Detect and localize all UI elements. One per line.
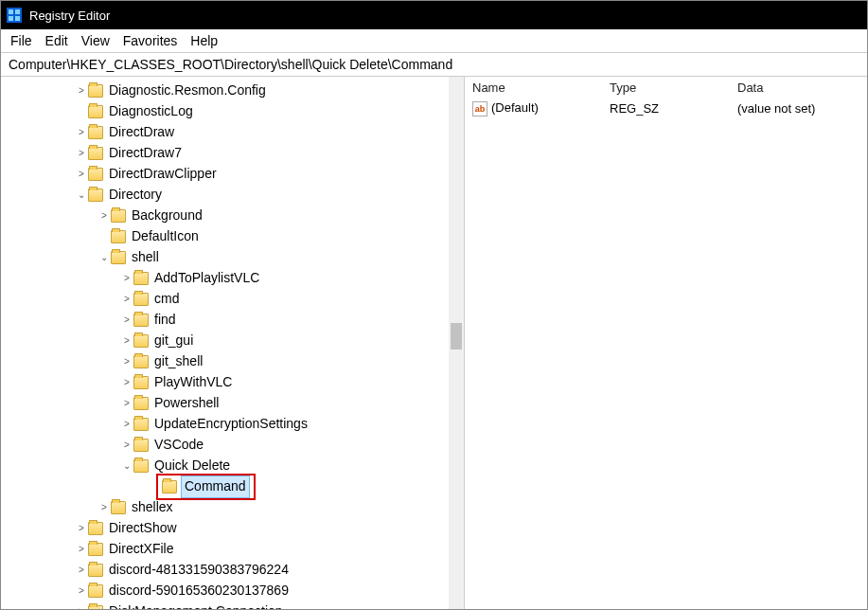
folder-icon <box>111 209 126 223</box>
tree-node-label[interactable]: AddToPlaylistVLC <box>152 268 261 289</box>
tree-node-label[interactable]: discord-481331590383796224 <box>107 560 291 581</box>
tree-node[interactable]: >DefaultIcon <box>1 226 449 247</box>
menu-file[interactable]: File <box>10 33 32 48</box>
folder-icon <box>133 418 149 431</box>
chevron-right-icon[interactable]: > <box>75 146 88 161</box>
tree-node[interactable]: >find <box>1 310 449 331</box>
chevron-right-icon[interactable]: > <box>75 167 88 182</box>
tree-node-label[interactable]: DiagnosticLog <box>107 101 195 122</box>
tree-node[interactable]: >UpdateEncryptionSettings <box>1 414 449 435</box>
menu-edit[interactable]: Edit <box>45 33 68 48</box>
tree-node[interactable]: >DirectShow <box>1 518 449 539</box>
tree-node[interactable]: >discord-590165360230137869 <box>1 581 449 601</box>
tree-node[interactable]: >DirectDrawClipper <box>1 164 449 185</box>
tree-node[interactable]: >PlayWithVLC <box>1 372 449 393</box>
chevron-right-icon[interactable]: > <box>75 521 88 536</box>
chevron-right-icon[interactable]: > <box>120 333 133 349</box>
col-header-data[interactable]: Data <box>737 81 867 95</box>
chevron-right-icon[interactable]: > <box>75 563 88 578</box>
tree-node-label[interactable]: cmd <box>152 289 181 310</box>
tree-node-label[interactable]: DirectDraw7 <box>107 143 184 164</box>
tree-node[interactable]: >VSCode <box>1 435 449 456</box>
tree-node[interactable]: >DirectDraw <box>1 122 449 143</box>
tree-node-label[interactable]: discord-590165360230137869 <box>107 581 291 601</box>
chevron-right-icon[interactable]: > <box>97 500 111 515</box>
tree-node[interactable]: >DirectDraw7 <box>1 143 449 164</box>
tree-node-label[interactable]: UpdateEncryptionSettings <box>152 414 310 435</box>
chevron-right-icon[interactable]: > <box>120 438 133 453</box>
scroll-thumb[interactable] <box>451 323 462 350</box>
list-pane: Name Type Data ab(Default)REG_SZ(value n… <box>465 77 867 609</box>
tree-node[interactable]: ⌄Directory <box>1 185 449 206</box>
tree-node-label[interactable]: PlayWithVLC <box>152 372 234 393</box>
chevron-right-icon[interactable]: > <box>75 125 88 140</box>
tree-node-label[interactable]: DirectXFile <box>107 539 175 560</box>
folder-icon <box>88 605 103 609</box>
chevron-right-icon[interactable]: > <box>120 417 133 432</box>
tree-node-label[interactable]: Background <box>130 206 204 226</box>
tree-node-label[interactable]: shellex <box>130 497 175 518</box>
folder-icon <box>133 376 149 389</box>
tree-node-label[interactable]: DiskManagement.Connection <box>107 601 285 609</box>
col-header-type[interactable]: Type <box>610 81 737 95</box>
svg-rect-2 <box>9 16 13 21</box>
list-rows: ab(Default)REG_SZ(value not set) <box>465 99 867 118</box>
menu-help[interactable]: Help <box>190 33 218 48</box>
menu-view[interactable]: View <box>81 33 110 48</box>
tree-node-label[interactable]: git_gui <box>152 331 195 351</box>
chevron-right-icon[interactable]: > <box>120 354 133 369</box>
tree-node[interactable]: >Powershell <box>1 393 449 414</box>
chevron-right-icon[interactable]: > <box>120 313 133 328</box>
tree-node-label[interactable]: git_shell <box>152 351 204 372</box>
tree-node[interactable]: >Diagnostic.Resmon.Config <box>1 81 449 101</box>
tree-node[interactable]: >DiagnosticLog <box>1 101 449 122</box>
value-type-cell: REG_SZ <box>610 101 737 116</box>
tree-node[interactable]: >DirectXFile <box>1 539 449 560</box>
tree-node[interactable]: ⌄shell <box>1 247 449 268</box>
chevron-down-icon[interactable]: ⌄ <box>75 188 88 203</box>
folder-icon <box>88 126 103 139</box>
tree-node[interactable]: >cmd <box>1 289 449 310</box>
chevron-right-icon[interactable]: > <box>75 542 88 557</box>
tree-node[interactable]: >Background <box>1 206 449 226</box>
chevron-right-icon[interactable]: > <box>120 396 133 411</box>
tree-node-label[interactable]: Diagnostic.Resmon.Config <box>107 81 268 101</box>
tree-node[interactable]: >discord-481331590383796224 <box>1 560 449 581</box>
tree-view[interactable]: >Diagnostic.Resmon.Config>DiagnosticLog>… <box>1 77 449 609</box>
tree-node[interactable]: >DiskManagement.Connection <box>1 601 449 609</box>
tree-node-label[interactable]: DirectShow <box>107 518 179 539</box>
chevron-right-icon[interactable]: > <box>75 583 88 599</box>
tree-node[interactable]: >AddToPlaylistVLC <box>1 268 449 289</box>
tree-node-label[interactable]: Powershell <box>152 393 221 414</box>
tree-node-label[interactable]: DefaultIcon <box>130 226 201 247</box>
tree-node[interactable]: >shellex <box>1 497 449 518</box>
tree-node-label[interactable]: Directory <box>107 185 164 206</box>
tree-node-label[interactable]: DirectDrawClipper <box>107 164 219 185</box>
tree-node-label[interactable]: find <box>152 310 178 331</box>
chevron-right-icon[interactable]: > <box>120 375 133 390</box>
tree-node-label[interactable]: DirectDraw <box>107 122 176 143</box>
menu-favorites[interactable]: Favorites <box>123 33 178 48</box>
chevron-right-icon[interactable]: > <box>75 83 88 99</box>
chevron-right-icon[interactable]: > <box>75 604 88 609</box>
svg-rect-3 <box>15 16 20 21</box>
folder-icon <box>133 293 149 306</box>
folder-icon <box>133 314 149 327</box>
tree-node-label[interactable]: VSCode <box>152 435 205 456</box>
address-bar[interactable]: Computer\HKEY_CLASSES_ROOT\Directory\she… <box>1 52 867 77</box>
value-row[interactable]: ab(Default)REG_SZ(value not set) <box>465 99 867 118</box>
chevron-right-icon[interactable]: > <box>120 292 133 307</box>
folder-icon <box>133 459 149 473</box>
col-header-name[interactable]: Name <box>472 81 610 95</box>
chevron-right-icon[interactable]: > <box>120 271 133 286</box>
tree-node[interactable]: >Command <box>1 476 449 497</box>
chevron-down-icon[interactable]: ⌄ <box>97 250 111 265</box>
tree-scrollbar[interactable] <box>449 77 464 609</box>
menubar: File Edit View Favorites Help <box>1 29 867 52</box>
chevron-down-icon[interactable]: ⌄ <box>120 458 133 474</box>
tree-node-label[interactable]: Command <box>181 475 250 498</box>
tree-node[interactable]: >git_gui <box>1 331 449 351</box>
tree-node[interactable]: >git_shell <box>1 351 449 372</box>
chevron-right-icon[interactable]: > <box>97 208 111 224</box>
tree-node-label[interactable]: shell <box>130 247 161 268</box>
